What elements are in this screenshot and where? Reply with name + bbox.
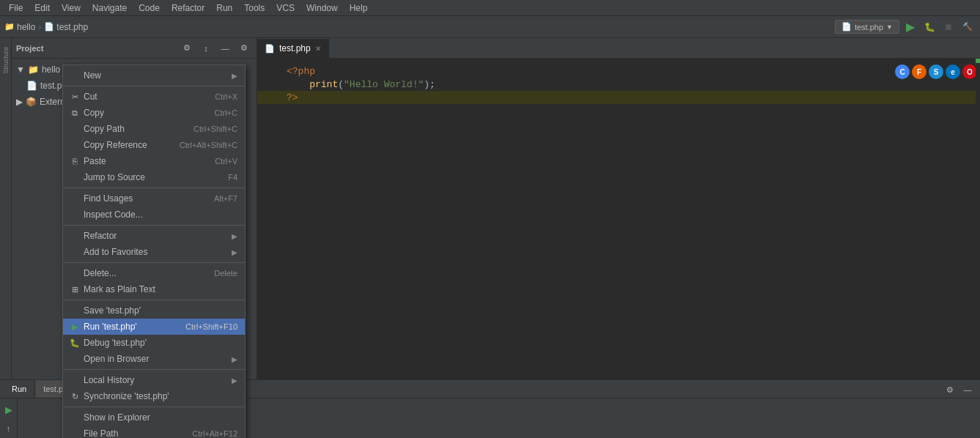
ctx-item-open-browser[interactable]: Open in Browser ▶ xyxy=(63,351,245,367)
chrome-icon[interactable]: C xyxy=(895,64,910,79)
ctx-filepath-label: File Path xyxy=(84,428,189,438)
sidebar-settings-btn[interactable]: ⚙ xyxy=(179,40,195,56)
toolbar-right: 📄 test.php ▼ ▶ 🐛 ⏹ 🔨 xyxy=(835,19,976,35)
menu-code[interactable]: Code xyxy=(133,1,166,15)
context-menu: New ▶ ✂ Cut Ctrl+X ⧉ Copy Ctrl+C Copy Pa… xyxy=(62,64,246,438)
build-button[interactable]: 🔨 xyxy=(959,19,976,35)
ctx-openbrowser-label: Open in Browser xyxy=(84,354,229,364)
ctx-item-copy[interactable]: ⧉ Copy Ctrl+C xyxy=(63,105,245,121)
sidebar-collapse-btn[interactable]: — xyxy=(217,40,233,56)
menu-window[interactable]: Window xyxy=(301,1,344,15)
ctx-sep-4 xyxy=(63,262,245,263)
ctx-inspectcode-label: Inspect Code... xyxy=(84,209,237,220)
debug-button[interactable]: 🐛 xyxy=(921,19,937,35)
ctx-new-label: New xyxy=(84,70,229,81)
ctx-new-arrow: ▶ xyxy=(232,72,237,80)
menu-view[interactable]: View xyxy=(56,1,86,15)
code-line-1: <?php xyxy=(257,64,980,78)
breadcrumb-hello[interactable]: 📁 hello xyxy=(4,22,35,32)
ctx-copyref-shortcut: Ctrl+Alt+Shift+C xyxy=(180,141,237,149)
firefox-icon[interactable]: F xyxy=(912,64,926,79)
ctx-sep-6 xyxy=(63,369,245,370)
ctx-run-label: Run 'test.php' xyxy=(84,322,183,332)
ctx-run-shortcut: Ctrl+Shift+F10 xyxy=(185,322,237,331)
ctx-item-save[interactable]: Save 'test.php' xyxy=(63,302,245,319)
ctx-item-new[interactable]: New ▶ xyxy=(63,67,245,83)
ctx-item-copy-reference[interactable]: Copy Reference Ctrl+Alt+Shift+C xyxy=(63,137,245,153)
stop-button[interactable]: ⏹ xyxy=(940,19,957,35)
ctx-item-debug[interactable]: 🐛 Debug 'test.php' xyxy=(63,335,245,351)
ctx-copypath-label: Copy Path xyxy=(84,124,191,134)
sidebar-gear-btn[interactable]: ⚙ xyxy=(236,40,252,56)
menu-file[interactable]: File xyxy=(3,1,29,15)
ctx-jumpsource-shortcut: F4 xyxy=(228,173,237,182)
menu-navigate[interactable]: Navigate xyxy=(86,1,133,15)
breadcrumb-testphp[interactable]: 📄 test.php xyxy=(44,22,88,32)
ctx-item-file-path[interactable]: File Path Ctrl+Alt+F12 xyxy=(63,426,245,438)
ctx-item-copy-path[interactable]: Copy Path Ctrl+Shift+C xyxy=(63,121,245,137)
ctx-item-refactor[interactable]: Refactor ▶ xyxy=(63,228,245,244)
ctx-item-add-favorites[interactable]: Add to Favorites ▶ xyxy=(63,244,245,260)
ctx-item-local-history[interactable]: Local History ▶ xyxy=(63,372,245,388)
code-content-3: ?> xyxy=(287,92,298,103)
run-up-btn[interactable]: ↑ xyxy=(1,420,17,437)
ie-icon[interactable]: e xyxy=(946,64,960,79)
ctx-copy-shortcut: Ctrl+C xyxy=(215,108,237,117)
bottom-minimize-btn[interactable]: — xyxy=(959,382,976,398)
editor-tab-testphp[interactable]: 📄 test.php ✕ xyxy=(257,39,329,58)
tree-expand-ext-icon: ▶ xyxy=(16,97,23,107)
safari-icon[interactable]: S xyxy=(929,64,943,79)
copy-icon: ⧉ xyxy=(69,107,81,119)
ctx-item-cut[interactable]: ✂ Cut Ctrl+X xyxy=(63,89,245,105)
ext-icon: 📦 xyxy=(26,97,37,107)
menu-run[interactable]: Run xyxy=(210,1,238,15)
ctx-item-paste[interactable]: ⎘ Paste Ctrl+V xyxy=(63,153,245,169)
ctx-findusages-shortcut: Alt+F7 xyxy=(214,194,237,203)
sidebar-scroll-btn[interactable]: ↕ xyxy=(198,40,214,56)
ctx-cut-shortcut: Ctrl+X xyxy=(215,92,237,101)
gutter-indicator xyxy=(976,59,980,379)
opera-icon[interactable]: O xyxy=(962,64,977,79)
sync-icon: ↻ xyxy=(69,390,81,402)
ctx-delete-label: Delete... xyxy=(84,268,211,278)
ctx-item-find-usages[interactable]: Find Usages Alt+F7 xyxy=(63,190,245,207)
ctx-item-show-explorer[interactable]: Show in Explorer xyxy=(63,409,245,426)
code-line-2: print("Hello World!"); xyxy=(257,78,980,91)
structure-tab[interactable]: Structure xyxy=(2,47,10,74)
run-play-btn[interactable]: ▶ xyxy=(1,401,17,417)
menu-tools[interactable]: Tools xyxy=(238,1,270,15)
code-content-2: print("Hello World!"); xyxy=(287,79,435,90)
menu-vcs[interactable]: VCS xyxy=(270,1,301,15)
ctx-item-synchronize[interactable]: ↻ Synchronize 'test.php' xyxy=(63,388,245,404)
tab-close-btn[interactable]: ✕ xyxy=(315,45,321,53)
mark-plain-icon: ⊞ xyxy=(69,283,81,295)
code-line-3: ?> xyxy=(257,91,980,104)
ctx-sync-label: Synchronize 'test.php' xyxy=(84,391,237,401)
menu-edit[interactable]: Edit xyxy=(29,1,56,15)
ctx-findusages-label: Find Usages xyxy=(84,193,211,204)
ctx-sep-3 xyxy=(63,225,245,226)
breadcrumb-sep: › xyxy=(38,22,41,32)
bottom-tab-run[interactable]: Run xyxy=(4,380,34,398)
top-toolbar: 📁 hello › 📄 test.php 📄 test.php ▼ ▶ 🐛 ⏹ … xyxy=(0,16,980,38)
ctx-item-run[interactable]: ▶ Run 'test.php' Ctrl+Shift+F10 xyxy=(63,319,245,335)
ctx-copyref-label: Copy Reference xyxy=(84,140,177,150)
ctx-localhistory-label: Local History xyxy=(84,375,229,385)
ctx-cut-label: Cut xyxy=(84,92,212,102)
ctx-openbrowser-arrow: ▶ xyxy=(232,355,237,363)
ctx-refactor-arrow: ▶ xyxy=(232,232,237,240)
ctx-item-inspect-code[interactable]: Inspect Code... xyxy=(63,207,245,223)
ctx-favorites-label: Add to Favorites xyxy=(84,247,229,257)
ctx-item-jump-source[interactable]: Jump to Source F4 xyxy=(63,169,245,185)
cut-icon: ✂ xyxy=(69,91,81,103)
run-config-selector[interactable]: 📄 test.php ▼ xyxy=(835,20,899,34)
editor-content[interactable]: <?php print("Hello World!"); ?> C F S e … xyxy=(257,59,980,379)
run-button[interactable]: ▶ xyxy=(902,19,918,35)
ctx-paste-shortcut: Ctrl+V xyxy=(215,157,237,166)
bottom-settings-btn[interactable]: ⚙ xyxy=(942,382,958,398)
ctx-item-delete[interactable]: Delete... Delete xyxy=(63,265,245,281)
menu-refactor[interactable]: Refactor xyxy=(166,1,210,15)
ctx-localhistory-arrow: ▶ xyxy=(232,376,237,385)
ctx-item-mark-plain[interactable]: ⊞ Mark as Plain Text xyxy=(63,281,245,297)
menu-help[interactable]: Help xyxy=(344,1,374,15)
